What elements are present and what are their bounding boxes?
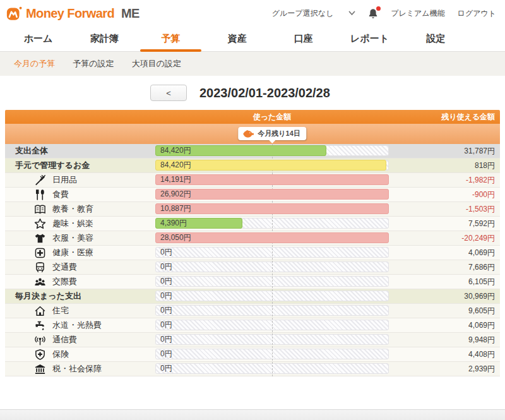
used-amount: 84,420円 [160,146,191,155]
remaining-amount: 7,686円 [468,262,495,273]
table-row: 食費 26,902円 -900円 [5,188,500,202]
house-icon [34,305,46,317]
budget-bar-track: 14,191円 [155,174,389,185]
used-amount: 0円 [160,306,172,315]
nav-tab[interactable]: 予算 [138,27,204,51]
subnav-item[interactable]: 大項目の設定 [132,58,181,69]
subnav-item[interactable]: 予算の設定 [73,58,114,69]
category-label: 教養・教育 [52,203,93,215]
row-label-cell: 日用品 [5,174,77,186]
row-label-cell: 食費 [5,189,69,201]
days-remaining-band: 今月残り14日 [5,124,500,144]
category-label: 通信費 [52,334,77,345]
table-row: 税・社会保障 0円 2,939円 [5,362,500,376]
chevron-down-icon [348,11,355,16]
table-row: 毎月決まった支出 0円 30,969円 [5,289,500,304]
remaining-amount: 4,408円 [468,349,495,360]
row-label-cell: 交際費 [5,276,77,288]
used-amount: 0円 [160,248,172,257]
row-label-cell: 手元で管理するお金 [5,160,90,171]
budget-bar-track: 26,902円 [155,189,389,200]
category-label: 支出全体 [15,145,48,157]
period-range: 2023/02/01-2023/02/28 [199,86,330,100]
budget-bar-track: 84,420円 [155,160,389,171]
remaining-amount: 6,105円 [468,277,495,287]
category-label: 交際費 [52,276,77,287]
table-header: 使った金額 残り使える金額 [5,110,500,124]
table-row: 水道・光熱費 0円 4,069円 [5,318,500,333]
remaining-amount: 818円 [475,160,495,171]
row-label-cell: 健康・医療 [5,247,93,259]
category-label: 食費 [52,189,69,200]
category-label: 健康・医療 [52,247,93,258]
brand-name: Money Forward [26,6,114,21]
row-label-cell: 水道・光熱費 [5,320,102,332]
table-row: 交際費 0円 6,105円 [5,275,500,289]
train-icon [34,261,46,273]
remaining-amount: -1,982円 [466,175,495,186]
premium-link[interactable]: プレミアム機能 [391,8,444,19]
nav-tab-label: 予算 [162,33,181,44]
nav-tab[interactable]: 口座 [270,27,336,51]
remaining-amount: -900円 [472,189,495,200]
brand-suffix: ME [121,6,140,21]
nav-tab[interactable]: 資産 [204,27,270,51]
column-header-remaining: 残り使える金額 [441,110,495,124]
table-row: 通信費 0円 9,948円 [5,333,500,347]
row-label-cell: 交通費 [5,261,77,273]
table-row: 日用品 14,191円 -1,982円 [5,173,500,188]
nav-tab[interactable]: ホーム [5,27,71,51]
footer-band [0,409,505,420]
nav-tab[interactable]: 設定 [403,27,469,51]
tshirt-icon [34,232,46,244]
nav-tab-label: レポート [350,33,389,44]
money-forward-logo-icon [6,6,22,21]
table-row: 支出全体 84,420円 31,787円 [5,144,500,159]
subnav-item[interactable]: 今月の予算 [14,58,55,69]
remaining-amount: -20,249円 [461,233,495,244]
toothbrush-icon [34,174,46,186]
remaining-amount: 9,605円 [468,306,495,316]
category-label: 交通費 [52,261,77,273]
top-bar: Money Forward ME グループ選択なし プレミアム機能 ログアウト [0,0,505,27]
nav-tab-label: 口座 [294,33,313,44]
budget-bar-track: 10,887円 [155,203,389,214]
previous-month-button[interactable]: < [150,85,187,101]
sub-nav: 今月の予算予算の設定大項目の設定 [0,52,505,76]
used-amount: 0円 [160,349,172,359]
group-selector-label: グループ選択なし [272,8,333,19]
faucet-icon [34,320,46,332]
logout-link[interactable]: ログアウト [458,8,496,19]
row-label-cell: 通信費 [5,334,77,346]
row-label-cell: 教養・教育 [5,203,93,215]
nav-tab[interactable]: 家計簿 [71,27,138,51]
category-label: 衣服・美容 [52,232,93,244]
utensils-icon [34,189,46,201]
table-row: 手元で管理するお金 84,420円 818円 [5,159,500,173]
nav-tab-label: 資産 [228,33,247,44]
used-amount: 0円 [160,291,172,301]
used-amount: 4,390円 [160,219,187,228]
nav-tab[interactable]: レポート [336,27,403,51]
nav-tab-label: 設定 [427,33,446,44]
days-remaining-text: 今月残り14日 [258,129,300,138]
app-logo[interactable]: Money Forward ME [6,6,140,21]
notifications-button[interactable] [368,8,378,19]
category-label: 日用品 [52,174,77,186]
used-amount: 28,050円 [160,233,191,243]
remaining-amount: 2,939円 [468,364,495,375]
row-label-cell: 保険 [5,349,69,361]
used-amount: 0円 [160,335,172,344]
remaining-amount: 7,592円 [468,219,495,229]
used-amount: 0円 [160,277,172,286]
group-selector[interactable]: グループ選択なし [272,8,355,19]
period-bar: < 2023/02/01-2023/02/28 [0,76,505,110]
remaining-amount: 30,969円 [464,291,495,302]
used-amount: 10,887円 [160,204,191,213]
government-building-icon [34,363,46,375]
nav-tab-label: ホーム [24,33,53,44]
remaining-amount: 9,948円 [468,335,495,345]
table-rows: 支出全体 84,420円 31,787円 手元で管理するお金 84,420円 8… [5,144,500,376]
row-label-cell: 住宅 [5,305,69,317]
nav-tab-label: 家計簿 [90,33,119,44]
